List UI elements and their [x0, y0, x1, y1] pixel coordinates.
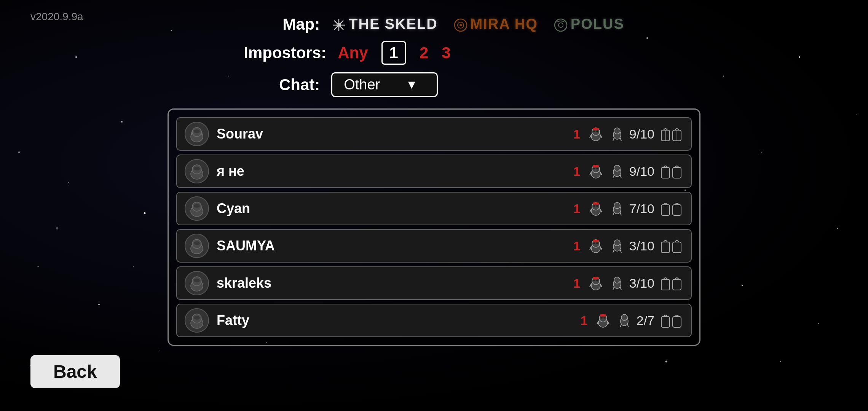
map-label: Map: — [244, 15, 320, 33]
impostor-icon — [587, 199, 605, 218]
player-walking-icon — [611, 126, 623, 142]
svg-point-91 — [593, 242, 595, 244]
lobby-row[interactable]: Fatty 1 2/7 — [176, 304, 692, 337]
impostors-filter-row: Impostors: Any 1 2 3 — [244, 41, 450, 65]
svg-point-37 — [194, 129, 200, 133]
svg-line-81 — [613, 212, 614, 215]
lobby-name: Cyan — [217, 201, 566, 217]
lobby-row[interactable]: Sourav 1 9/10 — [176, 117, 692, 151]
avatar — [185, 271, 209, 295]
lobby-name: Fatty — [217, 312, 573, 328]
player-count: 3/10 — [629, 276, 654, 291]
svg-line-98 — [620, 250, 621, 253]
svg-point-64 — [614, 165, 620, 171]
svg-rect-116 — [673, 279, 681, 290]
bag-icons — [661, 199, 683, 218]
svg-rect-131 — [661, 317, 670, 327]
impostor-icon — [594, 311, 612, 330]
impostor-3[interactable]: 3 — [442, 44, 450, 62]
svg-point-123 — [600, 317, 603, 319]
svg-point-92 — [596, 242, 598, 244]
player-walking-icon — [611, 201, 623, 216]
impostors-label: Impostors: — [244, 44, 326, 62]
lobby-row[interactable]: SAUMYA 1 3/10 — [176, 229, 692, 263]
svg-point-119 — [194, 316, 200, 320]
lobby-row[interactable]: skraleks 1 3/10 — [176, 266, 692, 300]
svg-line-97 — [613, 250, 614, 253]
player-count: 9/10 — [629, 164, 654, 179]
impostor-icon — [587, 274, 605, 292]
svg-point-34 — [558, 23, 563, 27]
svg-point-128 — [621, 314, 627, 320]
avatar — [185, 308, 209, 333]
lobby-row[interactable]: Cyan 1 7/10 — [176, 192, 692, 225]
main-content: Map: THE SKELD — [0, 0, 868, 411]
svg-point-55 — [194, 167, 200, 170]
bag-icons — [661, 125, 683, 143]
svg-point-124 — [603, 317, 606, 319]
chat-label: Chat: — [244, 76, 320, 94]
svg-line-129 — [620, 324, 621, 327]
player-avatar-icon — [187, 124, 206, 143]
svg-point-41 — [593, 131, 595, 132]
svg-point-46 — [614, 128, 620, 134]
svg-rect-90 — [593, 240, 599, 242]
svg-rect-106 — [593, 277, 599, 279]
impostor-options: Any 1 2 3 — [338, 41, 450, 65]
svg-point-75 — [593, 205, 595, 207]
svg-line-48 — [620, 138, 621, 141]
dropdown-arrow-icon: ▼ — [406, 78, 418, 92]
impostor-count: 1 — [581, 313, 588, 328]
impostor-2[interactable]: 2 — [420, 44, 428, 62]
lobby-info: 1 3/10 — [573, 237, 683, 255]
player-avatar-icon — [187, 162, 206, 181]
filter-section: Map: THE SKELD — [244, 15, 624, 97]
svg-point-103 — [194, 279, 200, 282]
lobby-info: 1 7/10 — [573, 199, 683, 218]
map-mira[interactable]: MIRA HQ — [453, 16, 538, 33]
impostor-any[interactable]: Any — [338, 44, 368, 62]
lobby-row[interactable]: я не 1 9/10 — [176, 155, 692, 188]
impostor-icon — [587, 162, 605, 180]
bag-icons — [661, 274, 683, 292]
chat-dropdown[interactable]: Other ▼ — [331, 72, 438, 97]
impostor-count: 1 — [573, 239, 581, 253]
svg-line-65 — [613, 175, 614, 178]
map-skeld[interactable]: THE SKELD — [331, 16, 437, 33]
avatar — [185, 159, 209, 183]
svg-point-108 — [596, 280, 598, 281]
lobby-name: SAUMYA — [217, 238, 566, 254]
map-polus[interactable]: POLUS — [553, 16, 624, 33]
player-walking-icon — [611, 276, 623, 291]
svg-point-76 — [596, 205, 598, 207]
svg-line-82 — [620, 212, 621, 215]
svg-line-66 — [620, 175, 621, 178]
bag-icons — [661, 237, 683, 255]
lobby-info: 1 2/7 — [581, 311, 683, 330]
lobby-info: 1 3/10 — [573, 274, 683, 292]
avatar — [185, 196, 209, 221]
lobby-list: Sourav 1 9/10 — [168, 108, 700, 346]
impostor-icon — [587, 237, 605, 255]
impostor-1[interactable]: 1 — [381, 41, 406, 65]
svg-line-113 — [613, 287, 614, 290]
player-walking-icon — [611, 238, 623, 253]
svg-rect-99 — [661, 242, 670, 253]
svg-point-71 — [194, 204, 200, 208]
lobby-name: Sourav — [217, 126, 566, 142]
svg-point-80 — [614, 202, 620, 209]
svg-point-32 — [460, 24, 462, 26]
polus-icon — [553, 18, 568, 33]
lobby-name: skraleks — [217, 275, 566, 291]
lobby-info: 1 9/10 — [573, 125, 683, 143]
svg-rect-67 — [661, 167, 670, 178]
back-button[interactable]: Back — [30, 355, 120, 388]
impostor-count: 1 — [573, 276, 581, 291]
player-avatar-icon — [187, 274, 206, 293]
impostor-icon — [587, 125, 605, 143]
svg-rect-122 — [600, 314, 606, 316]
svg-point-60 — [596, 168, 598, 169]
chat-value: Other — [344, 76, 380, 93]
impostor-count: 1 — [573, 164, 581, 179]
impostor-count: 1 — [573, 127, 581, 142]
